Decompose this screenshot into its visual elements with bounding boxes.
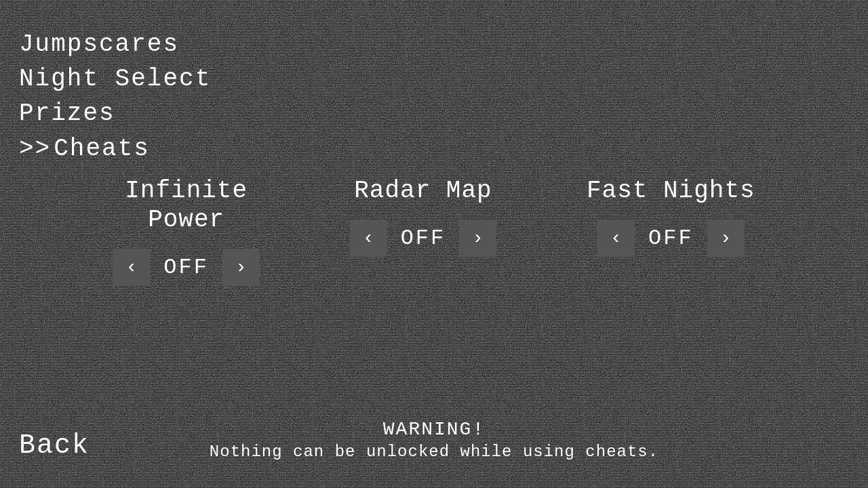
radar-map-left-btn[interactable]: ‹ bbox=[350, 220, 387, 257]
cheat-label-radar-map: Radar Map bbox=[354, 176, 492, 205]
back-button[interactable]: Back bbox=[19, 430, 90, 461]
fast-nights-right-btn[interactable]: › bbox=[707, 220, 745, 257]
nav-item-jumpscares[interactable]: Jumpscares bbox=[19, 27, 211, 62]
content-layer: Jumpscares Night Select Prizes >> Cheats… bbox=[0, 0, 868, 488]
cheat-item-radar-map: Radar Map ‹ OFF › bbox=[350, 176, 497, 258]
nav-item-cheats[interactable]: >> Cheats bbox=[19, 131, 211, 166]
warning-message: Nothing can be unlocked while using chea… bbox=[210, 443, 658, 461]
infinite-power-right-btn[interactable]: › bbox=[222, 249, 260, 286]
cheat-item-infinite-power: InfinitePower ‹ OFF › bbox=[113, 176, 260, 287]
nav-menu: Jumpscares Night Select Prizes >> Cheats bbox=[19, 27, 211, 166]
cheat-control-infinite-power: ‹ OFF › bbox=[113, 248, 260, 287]
fast-nights-left-btn[interactable]: ‹ bbox=[597, 220, 635, 257]
radar-map-right-btn[interactable]: › bbox=[459, 220, 496, 257]
cheat-label-infinite-power: InfinitePower bbox=[125, 176, 248, 235]
cheats-controls: InfinitePower ‹ OFF › Radar Map ‹ OFF › … bbox=[0, 176, 868, 287]
cheat-control-radar-map: ‹ OFF › bbox=[350, 219, 497, 258]
cheat-control-fast-nights: ‹ OFF › bbox=[597, 219, 745, 258]
radar-map-value: OFF bbox=[387, 219, 460, 258]
warning-section: WARNING! Nothing can be unlocked while u… bbox=[210, 419, 658, 461]
cheat-item-fast-nights: Fast Nights ‹ OFF › bbox=[587, 176, 755, 258]
warning-title: WARNING! bbox=[210, 419, 658, 440]
cheat-label-fast-nights: Fast Nights bbox=[587, 176, 755, 205]
nav-item-night-select[interactable]: Night Select bbox=[19, 62, 211, 96]
fast-nights-value: OFF bbox=[635, 219, 707, 258]
nav-item-prizes[interactable]: Prizes bbox=[19, 96, 211, 131]
infinite-power-left-btn[interactable]: ‹ bbox=[113, 249, 150, 286]
selected-arrow: >> bbox=[19, 134, 51, 163]
infinite-power-value: OFF bbox=[150, 248, 222, 287]
